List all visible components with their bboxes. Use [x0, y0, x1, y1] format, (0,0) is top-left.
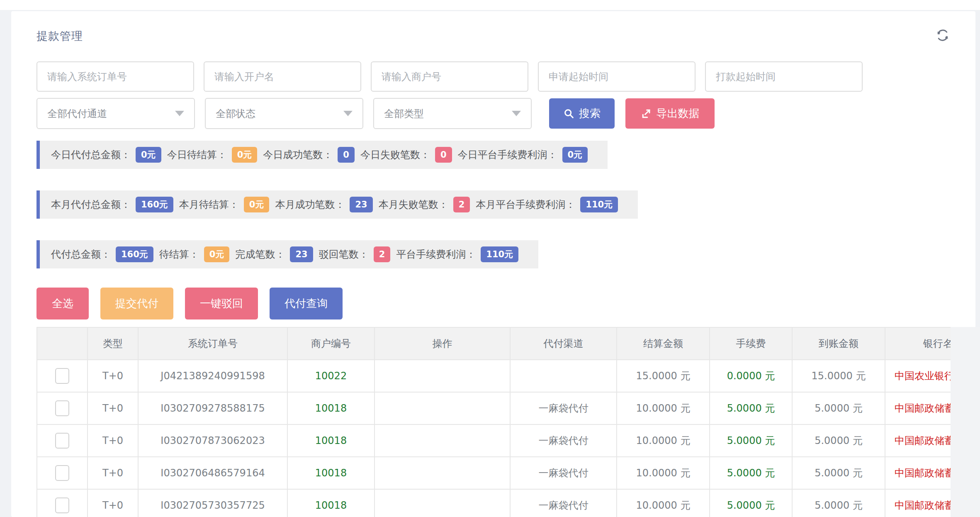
search-button-label: 搜索: [579, 106, 601, 121]
stat-value-badge: 110元: [481, 246, 518, 262]
submit-pay-button[interactable]: 提交代付: [100, 288, 173, 319]
refresh-icon: [935, 27, 951, 45]
order-no-input[interactable]: [36, 61, 194, 92]
search-button[interactable]: 搜索: [549, 98, 615, 129]
stat-value-badge: 110元: [580, 197, 618, 212]
cell-arrival_amount: 5.0000 元: [792, 457, 885, 489]
column-header-merchant_no: 商户编号: [287, 327, 374, 360]
stat-label: 本月失败笔数：: [379, 198, 448, 211]
account-name-input[interactable]: [204, 61, 361, 92]
stat-value-badge: 0: [435, 147, 452, 163]
cell-checkbox: [37, 424, 88, 457]
cell-settle_amount: 15.0000 元: [617, 360, 710, 392]
cell-type: T+0: [88, 424, 138, 457]
pay-start-time-input[interactable]: [705, 61, 863, 92]
row-checkbox[interactable]: [55, 433, 69, 449]
right-gutter: [951, 327, 980, 517]
column-header-arrival_amount: 到账金额: [792, 327, 885, 360]
apply-start-time-input[interactable]: [538, 61, 695, 92]
table-row: T+0J04213892409915981002215.0000 元0.0000…: [37, 360, 951, 392]
row-checkbox[interactable]: [55, 497, 69, 513]
orders-table-wrap: 类型系统订单号商户编号操作代付渠道结算金额手续费到账金额银行名称 T+0J042…: [36, 327, 951, 517]
table-row: T+0I030270648657916410018一麻袋代付10.0000 元5…: [37, 457, 951, 489]
cell-arrival_amount: 5.0000 元: [792, 392, 885, 424]
stat-label: 今日代付总金额：: [51, 148, 131, 161]
search-icon: [563, 108, 575, 119]
table-header-row: 类型系统订单号商户编号操作代付渠道结算金额手续费到账金额银行名称: [37, 327, 951, 360]
type-select[interactable]: 全部类型: [373, 98, 532, 129]
cell-channel: 一麻袋代付: [510, 489, 617, 517]
cell-arrival_amount: 15.0000 元: [792, 360, 885, 392]
cell-checkbox: [37, 457, 88, 489]
stat-bar-2: 代付总金额：160元待结算：0元完成笔数：23驳回笔数：2平台手续费利润：110…: [36, 240, 538, 268]
cell-channel: [510, 360, 617, 392]
stat-value-badge: 0元: [244, 197, 270, 212]
cell-channel: 一麻袋代付: [510, 424, 617, 457]
cell-settle_amount: 10.0000 元: [617, 392, 710, 424]
stat-label: 今日平台手续费利润：: [458, 148, 557, 161]
stat-label: 驳回笔数：: [319, 248, 369, 261]
stat-label: 完成笔数：: [235, 248, 285, 261]
cell-settle_amount: 10.0000 元: [617, 489, 710, 517]
column-header-fee: 手续费: [710, 327, 792, 360]
content-card: 提款管理 全部代付通道 全部状态 全部类型: [11, 11, 975, 517]
cell-merchant_no: 10022: [287, 360, 374, 392]
type-select-value: 全部类型: [384, 107, 424, 120]
stat-bar-1: 本月代付总金额：160元本月待结算：0元本月成功笔数：23本月失败笔数：2本月平…: [36, 190, 638, 219]
stat-label: 代付总金额：: [51, 248, 111, 261]
channel-select-value: 全部代付通道: [47, 107, 107, 120]
cell-operation: [374, 457, 510, 489]
table-row: T+0I030270787306202310018一麻袋代付10.0000 元5…: [37, 424, 951, 457]
cell-checkbox: [37, 489, 88, 517]
cell-order_no: I0302707873062023: [138, 424, 287, 457]
cell-arrival_amount: 5.0000 元: [792, 489, 885, 517]
status-select[interactable]: 全部状态: [205, 98, 363, 129]
table-row: T+0I030270927858817510018一麻袋代付10.0000 元5…: [37, 392, 951, 424]
stat-label: 本月待结算：: [179, 198, 239, 211]
pay-query-button[interactable]: 代付查询: [270, 288, 343, 319]
stat-label: 本月成功笔数：: [275, 198, 345, 211]
cell-order_no: J0421389240991598: [138, 360, 287, 392]
stat-label: 本月代付总金额：: [51, 198, 131, 211]
cell-fee: 5.0000 元: [710, 392, 792, 424]
column-header-operation: 操作: [374, 327, 510, 360]
cell-settle_amount: 10.0000 元: [617, 457, 710, 489]
select-all-button[interactable]: 全选: [36, 288, 89, 319]
cell-fee: 5.0000 元: [710, 457, 792, 489]
cell-fee: 0.0000 元: [710, 360, 792, 392]
refresh-button[interactable]: [933, 26, 953, 46]
row-checkbox[interactable]: [55, 400, 69, 416]
cell-bank: 中国邮政储蓄银行: [885, 489, 951, 517]
stat-value-badge: 0元: [562, 147, 588, 163]
row-checkbox[interactable]: [55, 465, 69, 481]
page-title: 提款管理: [36, 29, 83, 44]
filter-row-selects: 全部代付通道 全部状态 全部类型 搜索 导出数据: [36, 98, 715, 129]
stat-label: 待结算：: [159, 248, 199, 261]
stat-bar-0: 今日代付总金额：0元今日待结算：0元今日成功笔数：0今日失败笔数：0今日平台手续…: [36, 141, 608, 169]
export-data-button[interactable]: 导出数据: [625, 98, 715, 129]
stat-label: 今日待结算：: [167, 148, 227, 161]
cell-merchant_no: 10018: [287, 392, 374, 424]
reject-all-button[interactable]: 一键驳回: [185, 288, 258, 319]
stat-value-badge: 160元: [136, 197, 173, 212]
cell-bank: 中国邮政储蓄银行: [885, 392, 951, 424]
cell-channel: 一麻袋代付: [510, 392, 617, 424]
stat-label: 平台手续费利润：: [396, 248, 476, 261]
stat-value-badge: 0元: [232, 147, 258, 163]
cell-checkbox: [37, 360, 88, 392]
merchant-no-input[interactable]: [371, 61, 528, 92]
cell-operation: [374, 489, 510, 517]
chevron-down-icon: [512, 111, 521, 116]
cell-settle_amount: 10.0000 元: [617, 424, 710, 457]
top-strip: [0, 0, 980, 10]
cell-order_no: I0302705730357725: [138, 489, 287, 517]
stat-value-badge: 0元: [204, 246, 230, 262]
cell-arrival_amount: 5.0000 元: [792, 424, 885, 457]
filter-row-inputs: [36, 61, 872, 92]
cell-fee: 5.0000 元: [710, 489, 792, 517]
row-checkbox[interactable]: [55, 368, 69, 384]
cell-bank: 中国邮政储蓄银行: [885, 424, 951, 457]
stat-value-badge: 2: [374, 246, 391, 262]
channel-select[interactable]: 全部代付通道: [36, 98, 195, 129]
table-body: T+0J04213892409915981002215.0000 元0.0000…: [37, 360, 951, 517]
